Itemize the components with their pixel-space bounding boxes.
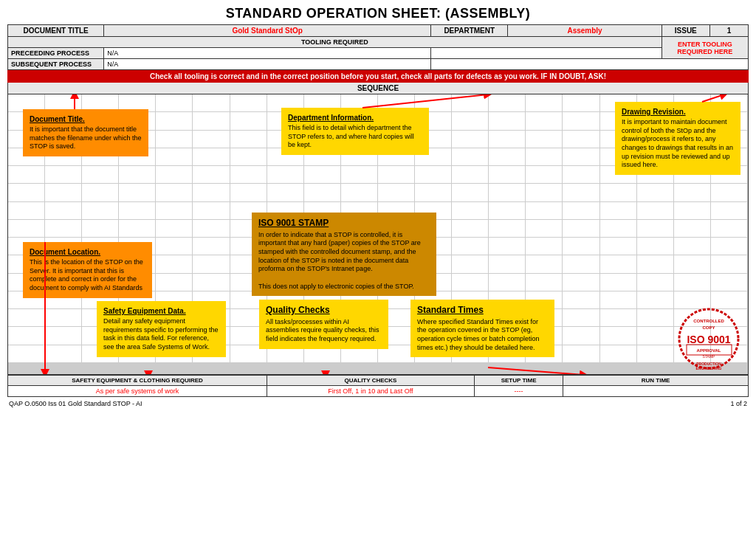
annotation-standard-times-body: Where specified Standard Times exist for…: [417, 318, 540, 351]
grid-cell: [304, 373, 341, 374]
preceding-value: N/A: [104, 48, 431, 59]
grid-cell: [674, 238, 711, 255]
sequence-header: SEQUENCE: [7, 83, 749, 94]
grid-cell: [563, 112, 599, 130]
issue-value: 1: [709, 25, 748, 37]
grid-cell: [267, 184, 304, 201]
grid-cell: [711, 255, 748, 273]
grid-cell: [489, 112, 526, 130]
dept-value: Assembly: [508, 25, 662, 37]
issue-label: ISSUE: [662, 25, 709, 37]
grid-cell: [193, 112, 230, 130]
grid-cell: [711, 202, 748, 220]
grid-cell: [526, 373, 563, 374]
grid-cell: [415, 373, 452, 374]
annotation-drawing-revision-body: It is important to maintain document con…: [622, 118, 733, 168]
grid-cell: [600, 274, 637, 291]
grid-cell: [637, 238, 674, 255]
grid-cell: [489, 94, 526, 112]
grid-cell: [230, 166, 267, 184]
grid-cell: [489, 274, 526, 291]
subsequent-label: SUBSEQUENT PROCESS: [8, 59, 104, 70]
grid-cell: [563, 373, 599, 374]
grid-cell: [600, 345, 637, 363]
grid-cell: [156, 274, 193, 291]
grid-cell: [230, 148, 267, 166]
grid-cell: [193, 274, 230, 291]
grid-cell: [8, 184, 45, 201]
annotation-drawing-revision-heading: Drawing Revision.: [622, 107, 734, 117]
grid-cell: [674, 202, 711, 220]
grid-cell: [452, 274, 489, 291]
warning-bar: Check all tooling is correct and in the …: [7, 70, 749, 83]
svg-text:ISO 9001: ISO 9001: [687, 334, 730, 345]
grid-cell: [45, 327, 82, 345]
grid-cell: [156, 220, 193, 238]
grid-cell: [82, 184, 119, 201]
grid-cell: [526, 220, 563, 238]
grid-cell: [674, 291, 711, 309]
grid-cell: [600, 373, 637, 374]
grid-cell: [711, 220, 748, 238]
grid-cell: [193, 184, 230, 201]
grid-cell: [600, 220, 637, 238]
setup-col-header: SETUP TIME: [474, 376, 563, 386]
annotation-safety-equipment-heading: Safety Equipment Data.: [103, 306, 219, 316]
grid-cell: [489, 373, 526, 374]
grid-cell: [230, 112, 267, 130]
svg-text:ENGINEERING: ENGINEERING: [695, 366, 721, 370]
svg-text:APPROVAL: APPROVAL: [697, 348, 721, 353]
grid-cell: [230, 94, 267, 112]
grid-cell: [711, 373, 748, 374]
grid-cell: [156, 238, 193, 255]
grid-cell: [600, 238, 637, 255]
grid-cell: [600, 202, 637, 220]
grid-cell: [637, 291, 674, 309]
grid-cell: [193, 238, 230, 255]
grid-cell: [415, 184, 452, 201]
grid-cell: [45, 166, 82, 184]
grid-cell: [526, 202, 563, 220]
doc-title-value: Gold Standard StOp: [104, 25, 431, 37]
grid-cell: [526, 166, 563, 184]
grid-cell: [45, 184, 82, 201]
grid-cell: [489, 131, 526, 148]
grid-cell: [452, 131, 489, 148]
annotation-quality-checks: Quality Checks All tasks/processes withi…: [259, 300, 388, 349]
grid-cell: [45, 202, 82, 220]
svg-text:STAMP: STAMP: [703, 354, 716, 359]
grid-cell: [526, 274, 563, 291]
grid-cell: [8, 166, 45, 184]
svg-text:CONTROLLED: CONTROLLED: [693, 319, 724, 323]
header-table: DOCUMENT TITLE Gold Standard StOp DEPART…: [7, 24, 749, 70]
grid-cell: [193, 131, 230, 148]
runtime-col-header: RUN TIME: [563, 376, 749, 386]
annotation-quality-checks-heading: Quality Checks: [266, 305, 382, 317]
annotation-safety-equipment-body: Detail any safety equipment requirements…: [103, 317, 219, 351]
grid-cell: [600, 184, 637, 201]
grid-cell: [526, 238, 563, 255]
grid-cell: [119, 202, 156, 220]
grid-cell: [415, 166, 452, 184]
grid-cell: [156, 255, 193, 273]
grid-cell: [267, 373, 304, 374]
grid-cell: [563, 220, 599, 238]
dept-label: DEPARTMENT: [431, 25, 508, 37]
grid-cell: [267, 166, 304, 184]
grid-cell: [378, 166, 415, 184]
grid-cell: [563, 94, 599, 112]
grid-cell: [563, 255, 599, 273]
grid-cell: [156, 202, 193, 220]
subsequent-value: N/A: [104, 59, 431, 70]
grid-cell: [230, 184, 267, 201]
annotation-standard-times: Standard Times Where specified Standard …: [410, 300, 554, 357]
footer: QAP O.0500 Iss 01 Gold Standard STOP - A…: [7, 400, 749, 407]
grid-cell: [452, 373, 489, 374]
annotation-iso-stamp: ISO 9001 STAMP In order to indicate that…: [252, 213, 436, 296]
grid-cell: [193, 220, 230, 238]
grid-cell: [674, 255, 711, 273]
grid-cell: [600, 327, 637, 345]
grid-cell: [526, 184, 563, 201]
grid-cell: [119, 220, 156, 238]
doc-title-label: DOCUMENT TITLE: [8, 25, 104, 37]
